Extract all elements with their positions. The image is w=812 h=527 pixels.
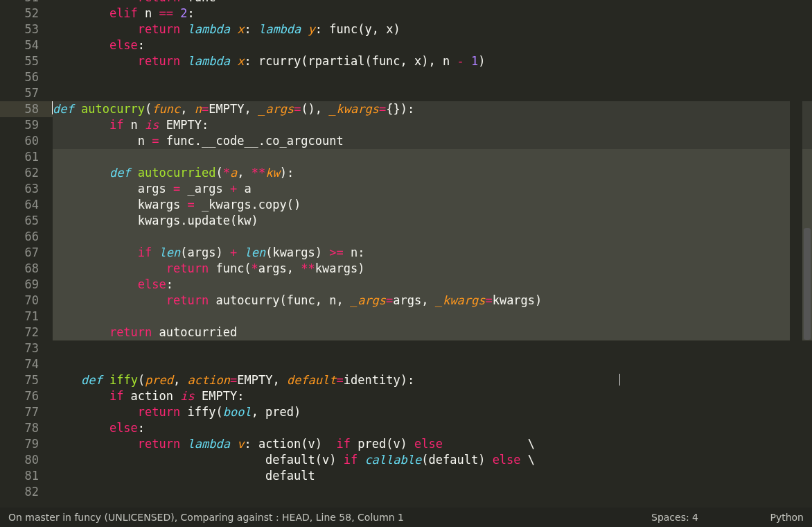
fold-gutter [46, 21, 53, 37]
line-number: 77 [0, 404, 46, 420]
code-line[interactable]: 78 else: [0, 420, 812, 436]
fold-gutter [46, 388, 53, 404]
code-line[interactable]: 71 [0, 309, 812, 325]
code-content[interactable]: def iffy(pred, action=EMPTY, default=ide… [53, 372, 812, 388]
scrollbar-thumb[interactable] [804, 228, 811, 340]
fold-gutter [46, 53, 53, 69]
fold-gutter [46, 356, 53, 372]
code-content[interactable]: else: [53, 420, 812, 436]
code-line[interactable]: 81 default [0, 468, 812, 484]
code-line[interactable]: 67 if len(args) + len(kwargs) >= n: [0, 245, 812, 261]
code-content[interactable] [53, 85, 812, 101]
line-number: 62 [0, 165, 46, 181]
fold-gutter [46, 37, 53, 53]
code-line[interactable]: 57 [0, 85, 812, 101]
code-content[interactable]: return func [53, 0, 812, 6]
line-number: 57 [0, 85, 46, 101]
line-number: 71 [0, 309, 46, 325]
code-content[interactable]: if action is EMPTY: [53, 388, 812, 404]
code-content[interactable]: return autocurried [53, 325, 812, 340]
code-line[interactable]: 69 else: [0, 277, 812, 293]
code-line[interactable]: 55 return lambda x: rcurry(rpartial(func… [0, 53, 812, 69]
code-line[interactable]: 66 [0, 229, 812, 245]
code-content[interactable] [53, 340, 812, 356]
line-number: 61 [0, 149, 46, 165]
code-line[interactable]: 59 if n is EMPTY: [0, 117, 812, 133]
code-content[interactable]: return autocurry(func, n, _args=args, _k… [53, 293, 812, 309]
code-line[interactable]: 61 [0, 149, 812, 165]
code-line[interactable]: 70 return autocurry(func, n, _args=args,… [0, 293, 812, 309]
fold-gutter [46, 340, 53, 356]
code-content[interactable] [53, 69, 812, 85]
code-content[interactable]: kwargs.update(kw) [53, 213, 812, 229]
status-language[interactable]: Python [748, 510, 804, 526]
fold-gutter [46, 277, 53, 293]
code-line[interactable]: 80 default(v) if callable(default) else … [0, 452, 812, 468]
code-content[interactable]: return lambda x: rcurry(rpartial(func, x… [53, 53, 812, 69]
code-content[interactable]: kwargs = _kwargs.copy() [53, 197, 812, 213]
code-line[interactable]: 73 [0, 340, 812, 356]
fold-gutter [46, 293, 53, 309]
code-content[interactable]: if n is EMPTY: [53, 117, 812, 133]
code-line[interactable]: 75 def iffy(pred, action=EMPTY, default=… [0, 372, 812, 388]
line-number: 72 [0, 325, 46, 340]
line-number: 55 [0, 53, 46, 69]
code-content[interactable]: def autocurry(func, n=EMPTY, _args=(), _… [53, 101, 812, 117]
fold-gutter [46, 484, 53, 500]
code-line[interactable]: 56 [0, 69, 812, 85]
code-content[interactable]: default [53, 468, 812, 484]
line-number: 81 [0, 468, 46, 484]
code-content[interactable]: return lambda v: action(v) if pred(v) el… [53, 436, 812, 452]
fold-gutter [46, 468, 53, 484]
code-content[interactable]: def autocurried(*a, **kw): [53, 165, 812, 181]
line-number: 51 [0, 0, 46, 6]
code-line[interactable]: 77 return iffy(bool, pred) [0, 404, 812, 420]
code-content[interactable]: return func(*args, **kwargs) [53, 261, 812, 277]
fold-gutter [46, 436, 53, 452]
code-content[interactable]: return lambda x: lambda y: func(y, x) [53, 21, 812, 37]
line-number: 66 [0, 229, 46, 245]
code-line[interactable]: 58def autocurry(func, n=EMPTY, _args=(),… [0, 101, 812, 117]
code-line[interactable]: 72 return autocurried [0, 325, 812, 340]
code-lines: 51 return func52 elif n == 2:53 return l… [0, 0, 812, 500]
code-line[interactable]: 52 elif n == 2: [0, 6, 812, 21]
fold-gutter [46, 309, 53, 325]
fold-gutter [46, 85, 53, 101]
editor-viewport[interactable]: 51 return func52 elif n == 2:53 return l… [0, 0, 812, 508]
code-line[interactable]: 63 args = _args + a [0, 181, 812, 197]
code-content[interactable]: if len(args) + len(kwargs) >= n: [53, 245, 812, 261]
vertical-scrollbar[interactable] [804, 0, 811, 508]
fold-gutter [46, 165, 53, 181]
code-line[interactable]: 62 def autocurried(*a, **kw): [0, 165, 812, 181]
code-content[interactable] [53, 356, 812, 372]
code-line[interactable]: 51 return func [0, 0, 812, 6]
code-line[interactable]: 82 [0, 484, 812, 500]
fold-gutter [46, 149, 53, 165]
status-indent[interactable]: Spaces: 4 [651, 510, 748, 526]
code-content[interactable]: args = _args + a [53, 181, 812, 197]
line-number: 53 [0, 21, 46, 37]
fold-gutter [46, 181, 53, 197]
code-content[interactable]: else: [53, 277, 812, 293]
code-content[interactable] [53, 149, 812, 165]
code-line[interactable]: 53 return lambda x: lambda y: func(y, x) [0, 21, 812, 37]
code-line[interactable]: 68 return func(*args, **kwargs) [0, 261, 812, 277]
code-content[interactable]: n = func.__code__.co_argcount [53, 133, 812, 149]
code-line[interactable]: 60 n = func.__code__.co_argcount [0, 133, 812, 149]
code-line[interactable]: 54 else: [0, 37, 812, 53]
code-line[interactable]: 76 if action is EMPTY: [0, 388, 812, 404]
code-line[interactable]: 79 return lambda v: action(v) if pred(v)… [0, 436, 812, 452]
fold-gutter [46, 404, 53, 420]
code-content[interactable]: else: [53, 37, 812, 53]
code-content[interactable]: elif n == 2: [53, 6, 812, 21]
code-content[interactable]: default(v) if callable(default) else \ [53, 452, 812, 468]
minimap[interactable] [790, 0, 802, 488]
code-content[interactable] [53, 484, 812, 500]
code-content[interactable] [53, 309, 812, 325]
code-line[interactable]: 65 kwargs.update(kw) [0, 213, 812, 229]
code-line[interactable]: 74 [0, 356, 812, 372]
code-content[interactable] [53, 229, 812, 245]
code-content[interactable]: return iffy(bool, pred) [53, 404, 812, 420]
code-line[interactable]: 64 kwargs = _kwargs.copy() [0, 197, 812, 213]
status-left[interactable]: On master in funcy (UNLICENSED), Compari… [8, 510, 651, 526]
